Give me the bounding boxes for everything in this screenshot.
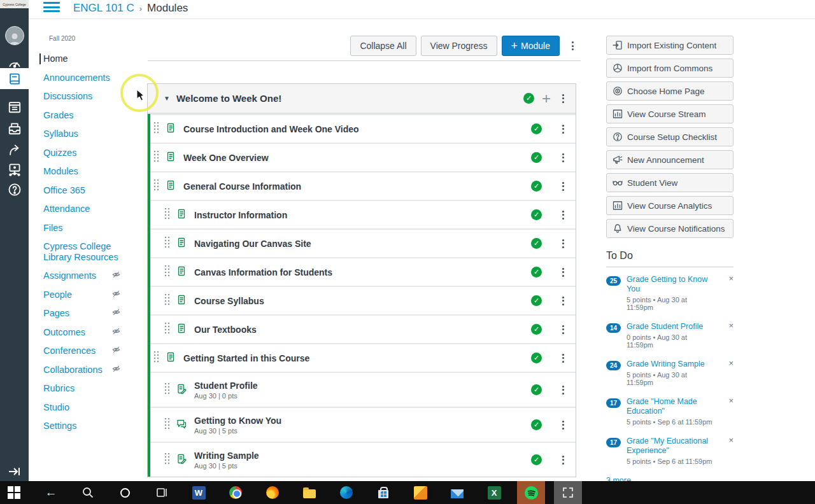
module-item-title[interactable]: Navigating Our Canvas Site	[194, 239, 311, 249]
drag-handle-icon[interactable]	[153, 265, 170, 279]
sidebar-item-collaborations[interactable]: Collaborations	[43, 365, 118, 375]
item-published-icon[interactable]: ✓	[531, 419, 542, 430]
module-item-title[interactable]: Week One Overview	[183, 153, 269, 163]
dismiss-todo-icon[interactable]: ×	[728, 322, 734, 330]
item-published-icon[interactable]: ✓	[531, 384, 542, 395]
taskbar-task-view-icon[interactable]	[148, 481, 176, 504]
drag-handle-icon[interactable]	[153, 179, 159, 193]
course-setup-checklist-button[interactable]: Course Setup Checklist	[606, 127, 734, 146]
breadcrumb-course-link[interactable]: ENGL 101 C	[73, 2, 134, 15]
drag-handle-icon[interactable]	[153, 418, 170, 432]
taskbar-back-icon[interactable]: ←	[37, 481, 65, 504]
todo-item-link[interactable]: Grade "My Educational Experience"	[627, 437, 714, 456]
module-item-title[interactable]: Course Syllabus	[194, 296, 264, 306]
view-course-stream-button[interactable]: View Course Stream	[606, 104, 734, 123]
dismiss-todo-icon[interactable]: ×	[728, 437, 734, 444]
item-published-icon[interactable]: ✓	[531, 209, 542, 220]
module-item-title[interactable]: Getting Started in this Course	[183, 353, 309, 363]
courses-icon[interactable]	[0, 68, 29, 89]
item-options-kebab-icon[interactable]	[558, 237, 568, 251]
drag-handle-icon[interactable]	[153, 208, 170, 222]
drag-handle-icon[interactable]	[153, 151, 159, 165]
module-item-title[interactable]: Writing Sample	[194, 451, 259, 461]
taskbar-spotify-icon[interactable]	[517, 481, 545, 504]
taskbar-cortana-icon[interactable]	[111, 481, 139, 504]
import-existing-content-button[interactable]: Import Existing Content	[606, 36, 734, 55]
taskbar-snipping-tool-icon[interactable]	[554, 481, 582, 504]
taskbar-photos-app-icon[interactable]	[406, 481, 434, 504]
taskbar-file-explorer-icon[interactable]	[295, 481, 323, 504]
new-announcement-button[interactable]: New Announcement	[606, 150, 734, 169]
module-published-icon[interactable]: ✓	[523, 93, 534, 104]
account-avatar[interactable]	[0, 25, 29, 46]
item-published-icon[interactable]: ✓	[531, 324, 542, 335]
hamburger-menu-icon[interactable]	[43, 2, 60, 13]
item-options-kebab-icon[interactable]	[558, 208, 568, 222]
sidebar-item-modules[interactable]: Modules	[43, 166, 118, 177]
dismiss-todo-icon[interactable]: ×	[728, 397, 734, 405]
item-published-icon[interactable]: ✓	[531, 238, 542, 249]
sidebar-item-settings[interactable]: Settings	[43, 421, 118, 431]
sidebar-item-attendance[interactable]: Attendance	[43, 204, 118, 214]
expand-nav-icon[interactable]	[0, 462, 29, 481]
module-item-title[interactable]: Course Introduction and Week One Video	[183, 124, 359, 134]
taskbar-firefox-icon[interactable]	[259, 481, 287, 504]
view-course-notifications-button[interactable]: View Course Notifications	[606, 219, 734, 238]
todo-item-link[interactable]: Grade Student Profile	[627, 322, 714, 332]
sidebar-item-cypress-college-library-resources[interactable]: Cypress College Library Resources	[43, 241, 118, 262]
sidebar-item-pages[interactable]: Pages	[43, 308, 118, 319]
item-options-kebab-icon[interactable]	[558, 151, 568, 165]
sidebar-item-studio[interactable]: Studio	[43, 402, 118, 413]
import-from-commons-button[interactable]: Import from Commons	[606, 59, 734, 78]
collapse-all-button[interactable]: Collapse All	[350, 36, 416, 56]
collapse-module-icon[interactable]: ▼	[164, 95, 170, 102]
sidebar-item-outcomes[interactable]: Outcomes	[43, 327, 118, 338]
sidebar-item-files[interactable]: Files	[43, 223, 118, 234]
sidebar-item-conferences[interactable]: Conferences	[43, 346, 118, 356]
item-options-kebab-icon[interactable]	[558, 122, 568, 136]
drag-handle-icon[interactable]	[153, 122, 159, 136]
sidebar-item-grades[interactable]: Grades	[43, 110, 118, 121]
calendar-icon[interactable]	[0, 97, 29, 117]
item-published-icon[interactable]: ✓	[531, 152, 542, 163]
item-options-kebab-icon[interactable]	[558, 418, 568, 432]
item-published-icon[interactable]: ✓	[531, 353, 542, 363]
drag-handle-icon[interactable]	[153, 294, 170, 308]
item-published-icon[interactable]: ✓	[531, 454, 542, 465]
view-progress-button[interactable]: View Progress	[421, 36, 497, 56]
taskbar-excel-icon[interactable]: X	[480, 481, 508, 504]
todo-item-link[interactable]: Grade Writing Sample	[627, 360, 714, 369]
todo-item-link[interactable]: Grade Getting to Know You	[627, 275, 714, 294]
item-published-icon[interactable]: ✓	[531, 181, 542, 192]
module-options-kebab-icon[interactable]	[558, 92, 568, 106]
add-module-button[interactable]: + Module	[502, 36, 560, 56]
modules-options-kebab-icon[interactable]	[564, 36, 581, 56]
inbox-icon[interactable]	[0, 118, 29, 139]
item-options-kebab-icon[interactable]	[558, 294, 568, 308]
drag-handle-icon[interactable]	[153, 453, 170, 467]
sidebar-item-rubrics[interactable]: Rubrics	[43, 383, 118, 394]
studio-icon[interactable]	[0, 159, 29, 179]
item-options-kebab-icon[interactable]	[558, 383, 568, 397]
sidebar-item-assignments[interactable]: Assignments	[43, 270, 118, 281]
taskbar-chrome-icon[interactable]	[222, 481, 250, 504]
dismiss-todo-icon[interactable]: ×	[728, 360, 734, 367]
module-item-title[interactable]: Instructor Information	[194, 210, 287, 220]
module-item-title[interactable]: Getting to Know You	[194, 416, 281, 426]
dismiss-todo-icon[interactable]: ×	[728, 275, 734, 283]
sidebar-item-syllabus[interactable]: Syllabus	[43, 129, 118, 139]
view-course-analytics-button[interactable]: View Course Analytics	[606, 196, 734, 215]
module-item-title[interactable]: General Course Information	[183, 181, 301, 192]
item-options-kebab-icon[interactable]	[558, 351, 568, 365]
help-icon[interactable]	[0, 179, 29, 200]
sidebar-item-discussions[interactable]: Discussions	[43, 91, 118, 102]
item-published-icon[interactable]: ✓	[531, 123, 542, 134]
drag-handle-icon[interactable]	[153, 237, 170, 251]
sidebar-item-people[interactable]: People	[43, 290, 118, 300]
todo-item-link[interactable]: Grade "Home Made Education"	[627, 397, 714, 416]
taskbar-search-icon[interactable]	[74, 481, 102, 504]
sidebar-item-quizzes[interactable]: Quizzes	[43, 148, 118, 158]
module-item-title[interactable]: Canvas Information for Students	[194, 267, 332, 277]
module-item-title[interactable]: Student Profile	[194, 381, 258, 391]
item-options-kebab-icon[interactable]	[558, 453, 568, 467]
